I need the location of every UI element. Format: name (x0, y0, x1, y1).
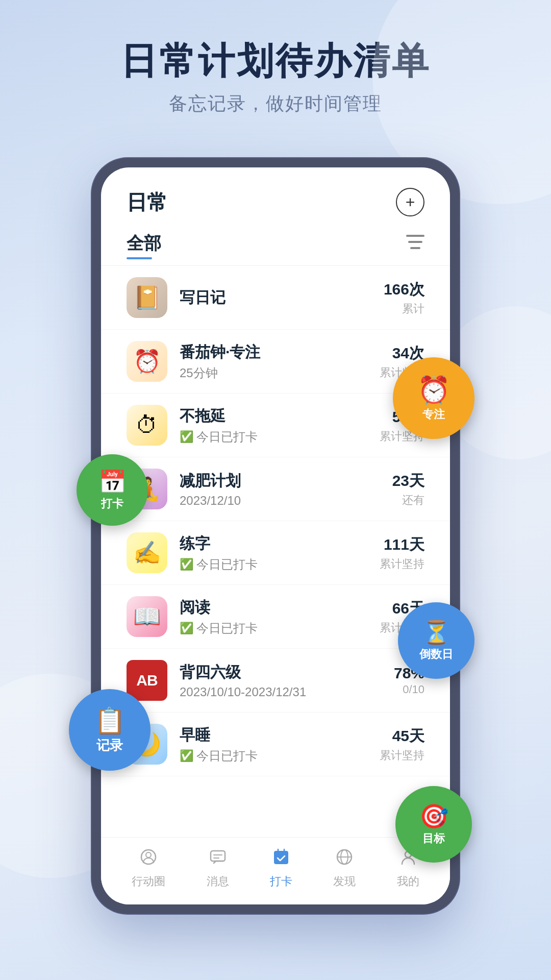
task-stat-calligraphy: 111天 累计坚持 (380, 534, 424, 572)
record-badge[interactable]: 📋 记录 (69, 689, 151, 771)
target-icon: 🎯 (419, 802, 448, 830)
task-sub: 2023/12/10 (180, 494, 392, 508)
focus-icon: ⏰ (417, 375, 450, 406)
task-sub: ✅ 今日已打卡 (180, 556, 380, 573)
circle-icon (139, 848, 158, 871)
countdown-icon: ⏳ (422, 619, 450, 646)
task-info-calligraphy: 练字 ✅ 今日已打卡 (180, 533, 380, 573)
task-stat-fitness: 23天 还有 (392, 471, 424, 508)
discover-icon (335, 848, 354, 871)
task-name: 番茄钟·专注 (180, 342, 380, 363)
task-name: 写日记 (180, 287, 384, 308)
task-info-fitness: 减肥计划 2023/12/10 (180, 471, 392, 508)
task-name: 不拖延 (180, 406, 380, 427)
target-badge[interactable]: 🎯 目标 (395, 786, 472, 863)
task-stat-label: 累计坚持 (380, 748, 424, 763)
record-icon: 📋 (94, 706, 126, 736)
task-sub: ✅ 今日已打卡 (180, 748, 380, 764)
focus-label: 专注 (422, 407, 445, 422)
task-stat-label: 0/10 (394, 683, 424, 696)
task-stat-value: 166次 (384, 279, 424, 300)
nav-label-checkin: 打卡 (270, 874, 292, 889)
nav-item-discover[interactable]: 发现 (333, 848, 356, 889)
app-title: 日常计划待办清单 (31, 41, 520, 81)
task-sub: ✅ 今日已打卡 (180, 620, 380, 636)
task-stat-value: 23天 (392, 471, 424, 492)
task-name: 减肥计划 (180, 471, 392, 492)
nav-label-discover: 发现 (333, 874, 356, 889)
svg-rect-5 (211, 851, 225, 861)
nav-item-message[interactable]: 消息 (207, 848, 229, 889)
bottom-nav: 行动圈 消息 (101, 837, 450, 904)
task-item[interactable]: AB 背四六级 2023/10/10-2023/12/31 78% 0/10 (101, 649, 450, 713)
countdown-badge[interactable]: ⏳ 倒数日 (398, 602, 474, 679)
app-subtitle: 备忘记录，做好时间管理 (31, 91, 520, 116)
task-item[interactable]: 🧘 减肥计划 2023/12/10 23天 还有 (101, 457, 450, 521)
task-item[interactable]: 🌙 早睡 ✅ 今日已打卡 45天 累计坚持 (101, 713, 450, 776)
phone-screen: 日常 + 全部 (101, 167, 450, 904)
task-icon-diary: 📔 (127, 277, 167, 318)
checkin-nav-icon (272, 848, 290, 871)
nav-item-checkin[interactable]: 打卡 (270, 848, 292, 889)
task-stat-value: 45天 (380, 726, 424, 747)
countdown-label: 倒数日 (419, 647, 453, 662)
svg-rect-8 (274, 851, 288, 864)
nav-label-mine: 我的 (397, 874, 419, 889)
task-info-diary: 写日记 (180, 287, 384, 308)
app-header: 日常计划待办清单 备忘记录，做好时间管理 (0, 0, 551, 137)
phone-mockup: ⏰ 专注 📅 打卡 ⏳ 倒数日 📋 记录 🎯 目标 日常 + 全部 (92, 158, 459, 914)
nav-label-message: 消息 (207, 874, 229, 889)
add-button[interactable]: + (396, 188, 424, 216)
task-info-tomato: 番茄钟·专注 25分钟 (180, 342, 380, 381)
nav-label-circle: 行动圈 (132, 874, 165, 889)
task-item[interactable]: 📔 写日记 166次 累计 (101, 266, 450, 330)
filter-icon[interactable] (406, 235, 424, 253)
nav-item-circle[interactable]: 行动圈 (132, 848, 165, 889)
task-name: 练字 (180, 533, 380, 554)
check-icon: ✅ (180, 622, 193, 635)
checkin-label: 打卡 (101, 496, 123, 511)
task-name: 背四六级 (180, 662, 394, 683)
task-icon-delay: ⏱ (127, 405, 167, 446)
phone-header: 日常 + (101, 167, 450, 227)
task-sub: 25分钟 (180, 365, 380, 381)
task-stat-sleep: 45天 累计坚持 (380, 726, 424, 763)
plus-icon: + (406, 193, 415, 212)
check-icon: ✅ (180, 558, 193, 571)
record-label: 记录 (96, 737, 123, 754)
tab-all[interactable]: 全部 (127, 232, 161, 255)
task-stat-label: 还有 (392, 493, 424, 508)
screen-title: 日常 (127, 188, 167, 216)
task-info-english: 背四六级 2023/10/10-2023/12/31 (180, 662, 394, 699)
task-sub: 2023/10/10-2023/12/31 (180, 685, 394, 699)
check-icon: ✅ (180, 430, 193, 444)
tab-bar: 全部 (101, 227, 450, 258)
task-name: 早睡 (180, 725, 380, 746)
task-info-sleep: 早睡 ✅ 今日已打卡 (180, 725, 380, 764)
task-stat-diary: 166次 累计 (384, 279, 424, 316)
message-icon (209, 848, 227, 871)
task-stat-label: 累计 (384, 301, 424, 316)
task-icon-reading: 📖 (127, 596, 167, 637)
svg-rect-1 (408, 241, 422, 243)
task-name: 阅读 (180, 597, 380, 618)
task-icon-calligraphy: ✍️ (127, 532, 167, 573)
task-sub: ✅ 今日已打卡 (180, 429, 380, 445)
checkin-badge[interactable]: 📅 打卡 (77, 454, 148, 526)
check-icon: ✅ (180, 749, 193, 763)
task-info-delay: 不拖延 ✅ 今日已打卡 (180, 406, 380, 445)
focus-badge[interactable]: ⏰ 专注 (393, 357, 474, 439)
svg-point-4 (146, 852, 151, 857)
svg-rect-0 (406, 235, 424, 237)
task-info-reading: 阅读 ✅ 今日已打卡 (180, 597, 380, 636)
svg-rect-2 (410, 247, 420, 249)
task-stat-label: 累计坚持 (380, 556, 424, 572)
task-stat-value: 111天 (380, 534, 424, 555)
checkin-icon: 📅 (98, 469, 127, 495)
target-label: 目标 (422, 831, 445, 846)
task-icon-english: AB (127, 660, 167, 701)
task-icon-tomato: ⏰ (127, 341, 167, 382)
task-item[interactable]: ✍️ 练字 ✅ 今日已打卡 111天 累计坚持 (101, 521, 450, 585)
task-list: 📔 写日记 166次 累计 ⏰ 番茄钟·专注 (101, 266, 450, 837)
